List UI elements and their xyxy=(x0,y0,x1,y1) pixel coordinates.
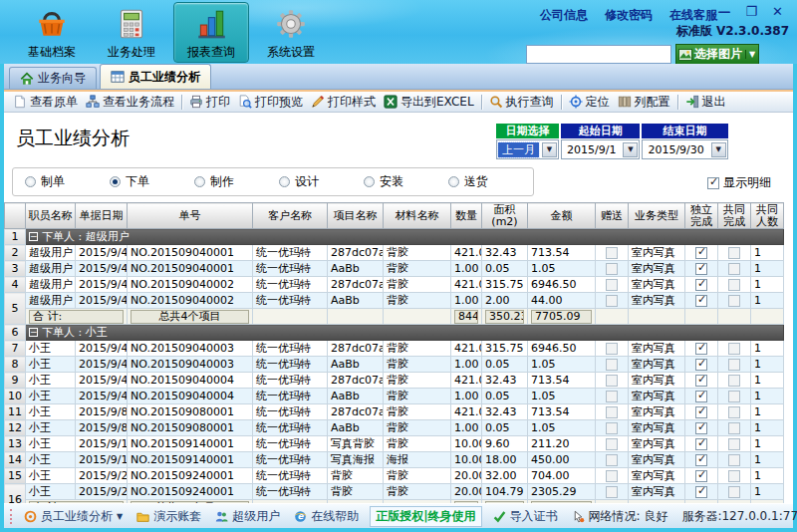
cell-order[interactable]: NO.201509040002 xyxy=(128,293,253,309)
cell-area[interactable]: 0.05 xyxy=(482,389,528,404)
cell-customer[interactable]: 统一优玛特 xyxy=(253,436,328,452)
title-link[interactable]: 公司信息 xyxy=(540,7,588,24)
cell-customer[interactable]: 统一优玛特 xyxy=(253,277,328,293)
cell-joint[interactable] xyxy=(718,357,751,373)
joint-checkbox[interactable] xyxy=(728,391,740,402)
gift-checkbox[interactable] xyxy=(606,263,618,275)
table-row[interactable]: 10小王2015/9/4NO.201509040004统一优玛特AaBb背胶1.… xyxy=(5,389,784,404)
cell-customer[interactable]: 统一优玛特 xyxy=(253,293,328,309)
joint-checkbox[interactable] xyxy=(728,454,740,466)
cell-amount[interactable]: 450.00 xyxy=(528,452,596,468)
cell-qty[interactable]: 421.00 xyxy=(451,373,482,389)
cell-biz-type[interactable]: 室内写真 xyxy=(629,436,685,452)
cell-qty[interactable]: 421.00 xyxy=(451,245,482,261)
radio-安装[interactable]: 安装 xyxy=(364,173,448,190)
joint-checkbox[interactable] xyxy=(728,375,740,387)
cell-order[interactable]: NO.201509040003 xyxy=(128,341,253,357)
toolbar-button-excel[interactable]: 导出到EXCEL xyxy=(380,93,478,112)
cell-customer[interactable]: 统一优玛特 xyxy=(253,404,328,420)
table-row[interactable]: 3超级用户2015/9/4NO.201509040001统一优玛特AaBb背胶1… xyxy=(5,261,784,277)
cell-date[interactable]: 2015/9/4 xyxy=(76,293,128,309)
independent-checkbox[interactable] xyxy=(695,375,707,387)
gift-checkbox[interactable] xyxy=(606,279,618,291)
cell-date[interactable]: 2015/9/24 xyxy=(76,484,128,500)
cell-people[interactable]: 1 xyxy=(751,293,784,309)
cell-biz-type[interactable]: 室内写真 xyxy=(629,404,685,420)
cell-qty[interactable]: 421.00 xyxy=(451,277,482,293)
cell-joint[interactable] xyxy=(718,436,751,452)
cell-people[interactable]: 1 xyxy=(751,373,784,389)
cell-independent[interactable] xyxy=(685,357,718,373)
independent-checkbox[interactable] xyxy=(695,406,707,418)
independent-checkbox[interactable] xyxy=(695,295,707,307)
cell-staff[interactable]: 超级用户 xyxy=(26,245,76,261)
minimize-button[interactable]: — xyxy=(717,4,730,20)
column-header[interactable]: 金额 xyxy=(528,203,596,229)
cell-amount[interactable]: 2305.29 xyxy=(528,484,596,500)
cell-area[interactable]: 315.75 xyxy=(482,341,528,357)
column-header[interactable]: 单据日期 xyxy=(76,203,128,229)
statusbar-item-target[interactable]: 员工业绩分析▼ xyxy=(17,508,130,525)
cell-people[interactable]: 1 xyxy=(751,245,784,261)
image-path-input[interactable] xyxy=(526,45,671,64)
gift-checkbox[interactable] xyxy=(606,247,618,259)
table-row[interactable]: 合 计:总共4个项目844.0350.237705.09 xyxy=(5,309,784,325)
column-header[interactable]: 材料名称 xyxy=(384,203,451,229)
cell-joint[interactable] xyxy=(718,245,751,261)
gift-checkbox[interactable] xyxy=(606,391,618,402)
cell-biz-type[interactable]: 室内写真 xyxy=(629,389,685,404)
cell-independent[interactable] xyxy=(685,436,718,452)
cell-people[interactable]: 1 xyxy=(751,420,784,436)
independent-checkbox[interactable] xyxy=(695,247,707,259)
cell-gift[interactable] xyxy=(596,468,629,484)
cell-people[interactable]: 1 xyxy=(751,277,784,293)
cell-order[interactable]: NO.201509040001 xyxy=(128,245,253,261)
table-row[interactable]: 1−下单人 : 超级用户 xyxy=(5,229,784,245)
toolbar-button-locate[interactable]: 定位 xyxy=(565,93,614,112)
radio-制作[interactable]: 制作 xyxy=(194,173,279,190)
cell-qty[interactable]: 421.00 xyxy=(451,341,482,357)
cell-people[interactable]: 1 xyxy=(751,452,784,468)
cell-people[interactable]: 1 xyxy=(751,341,784,357)
row-number-cell[interactable]: 9 xyxy=(5,373,26,389)
collapse-icon[interactable]: − xyxy=(29,328,38,337)
cell-gift[interactable] xyxy=(596,341,629,357)
cell-area[interactable]: 0.05 xyxy=(482,357,528,373)
table-row[interactable]: 16小王2015/9/24NO.201509240001统一优玛特背胶背胶20.… xyxy=(5,484,784,500)
cell-amount[interactable]: 1.05 xyxy=(528,420,596,436)
joint-checkbox[interactable] xyxy=(728,438,740,450)
cell-staff[interactable]: 小王 xyxy=(26,484,76,500)
show-detail-checkbox[interactable]: 显示明细 xyxy=(707,174,771,191)
cell-customer[interactable]: 统一优玛特 xyxy=(253,468,328,484)
row-number-cell[interactable]: 13 xyxy=(5,436,26,452)
toolbar-button-exit[interactable]: 退出 xyxy=(681,93,730,112)
radio-icon[interactable] xyxy=(279,176,290,187)
cell-biz-type[interactable]: 室内写真 xyxy=(629,293,685,309)
cell-material[interactable]: 背胶 xyxy=(384,261,451,277)
gift-checkbox[interactable] xyxy=(606,406,618,418)
checkbox-icon[interactable] xyxy=(707,177,719,189)
cell-project[interactable]: 287dc07a0 xyxy=(328,373,384,389)
column-header[interactable]: 共同人数 xyxy=(751,203,784,229)
row-number-cell[interactable]: 8 xyxy=(5,357,26,373)
cell-area[interactable]: 32.00 xyxy=(482,468,528,484)
row-number-cell[interactable]: 12 xyxy=(5,420,26,436)
cell-material[interactable]: 背胶 xyxy=(384,341,451,357)
column-header[interactable]: 赠送 xyxy=(596,203,629,229)
cell-area[interactable]: 315.75 xyxy=(482,277,528,293)
cell-biz-type[interactable]: 室内写真 xyxy=(629,341,685,357)
independent-checkbox[interactable] xyxy=(695,263,707,275)
row-number-cell[interactable]: 7 xyxy=(5,341,26,357)
cell-independent[interactable] xyxy=(685,293,718,309)
cell-staff[interactable]: 小王 xyxy=(26,341,76,357)
cell-joint[interactable] xyxy=(718,468,751,484)
cell-biz-type[interactable]: 室内写真 xyxy=(629,468,685,484)
joint-checkbox[interactable] xyxy=(728,359,740,371)
independent-checkbox[interactable] xyxy=(695,486,707,498)
cell-joint[interactable] xyxy=(718,420,751,436)
cell-area[interactable]: 18.00 xyxy=(482,452,528,468)
ribbon-item-gear[interactable]: 系统设置 xyxy=(253,2,329,63)
cell-independent[interactable] xyxy=(685,389,718,404)
radio-icon[interactable] xyxy=(364,176,375,187)
cell-material[interactable]: 背胶 xyxy=(384,436,451,452)
